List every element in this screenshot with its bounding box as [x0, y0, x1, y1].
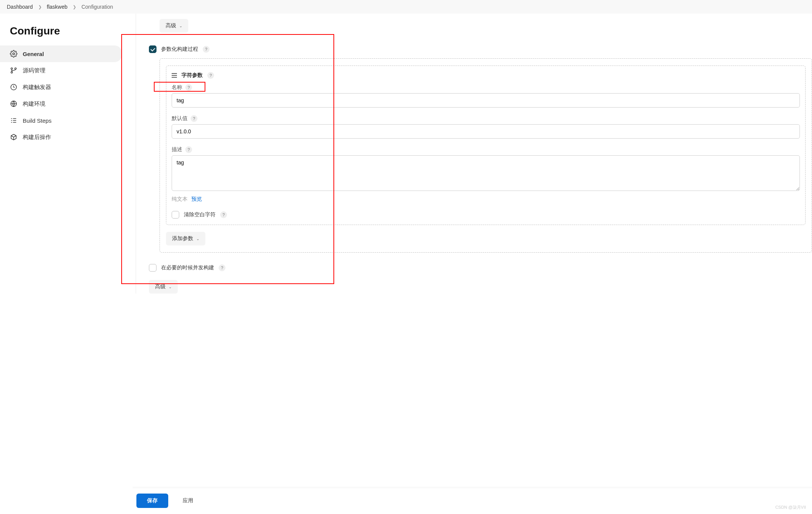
chevron-right-icon: ❯ [73, 5, 76, 9]
parameters-container: 字符参数 ? 名称 ? 默认值 ? [160, 58, 812, 253]
svg-point-1 [11, 68, 13, 69]
sidebar-item-scm[interactable]: 源码管理 [0, 62, 125, 79]
sidebar-item-general[interactable]: General [0, 45, 122, 62]
svg-point-3 [15, 68, 16, 69]
page-title: Configure [0, 20, 125, 45]
help-icon[interactable]: ? [203, 46, 210, 53]
sidebar-item-label: 构建后操作 [23, 134, 51, 141]
branch-icon [10, 67, 17, 74]
sidebar-item-label: Build Steps [23, 117, 52, 124]
svg-point-2 [11, 72, 13, 73]
breadcrumb-project[interactable]: flaskweb [47, 4, 67, 10]
advanced-button-top[interactable]: 高级 ⌄ [160, 19, 188, 33]
sidebar-item-label: 构建环境 [23, 100, 45, 108]
advanced-label: 高级 [155, 283, 166, 290]
sidebar: Configure General 源码管理 构建触发器 [0, 14, 125, 152]
sidebar-item-env[interactable]: 构建环境 [0, 95, 125, 112]
sidebar-item-steps[interactable]: Build Steps [0, 112, 125, 129]
preview-link[interactable]: 预览 [191, 196, 202, 203]
list-icon [10, 117, 17, 124]
trim-label: 清除空白字符 [184, 211, 216, 218]
clock-icon [10, 83, 17, 91]
concurrent-label: 在必要的时候并发构建 [161, 264, 214, 271]
svg-point-0 [13, 53, 15, 55]
breadcrumb-dashboard[interactable]: Dashboard [7, 4, 33, 10]
concurrent-checkbox[interactable] [149, 264, 156, 272]
parameterize-label: 参数化构建过程 [161, 46, 198, 53]
help-icon[interactable]: ? [185, 146, 192, 153]
desc-input[interactable] [172, 155, 800, 191]
name-label: 名称 [172, 84, 182, 91]
param-type-title: 字符参数 [181, 72, 203, 79]
chevron-down-icon: ⌄ [196, 237, 199, 241]
add-param-button[interactable]: 添加参数 ⌄ [166, 232, 205, 245]
desc-label: 描述 [172, 146, 182, 153]
sidebar-item-label: 构建触发器 [23, 84, 51, 91]
sidebar-item-post[interactable]: 构建后操作 [0, 129, 125, 145]
advanced-label: 高级 [166, 22, 176, 29]
default-label: 默认值 [172, 115, 188, 122]
globe-icon [10, 100, 17, 108]
help-icon[interactable]: ? [219, 264, 225, 271]
trim-checkbox[interactable] [172, 211, 179, 219]
chevron-right-icon: ❯ [38, 5, 42, 9]
sidebar-item-label: 源码管理 [23, 67, 45, 74]
help-icon[interactable]: ? [207, 72, 214, 79]
parameterize-checkbox[interactable] [149, 45, 156, 53]
help-icon[interactable]: ? [191, 115, 197, 122]
parameter-block: 字符参数 ? 名称 ? 默认值 ? [166, 66, 806, 225]
advanced-button-bottom[interactable]: 高级 ⌄ [149, 280, 178, 294]
sidebar-item-triggers[interactable]: 构建触发器 [0, 79, 125, 95]
add-param-label: 添加参数 [172, 235, 193, 242]
name-input[interactable] [172, 93, 800, 108]
chevron-down-icon: ⌄ [179, 24, 182, 28]
default-input[interactable] [172, 124, 800, 139]
sidebar-item-label: General [23, 51, 44, 57]
breadcrumb-current: Configuration [81, 4, 113, 10]
gear-icon [10, 50, 17, 58]
chevron-down-icon: ⌄ [169, 285, 172, 289]
plaintext-label: 纯文本 [172, 196, 188, 203]
help-icon[interactable]: ? [220, 211, 227, 218]
cube-icon [10, 133, 17, 141]
help-icon[interactable]: ? [185, 84, 192, 91]
drag-handle-icon[interactable] [172, 73, 177, 78]
breadcrumb: Dashboard ❯ flaskweb ❯ Configuration [0, 0, 812, 14]
main: 高级 ⌄ 参数化构建过程 ? 字符参数 ? [125, 14, 812, 331]
